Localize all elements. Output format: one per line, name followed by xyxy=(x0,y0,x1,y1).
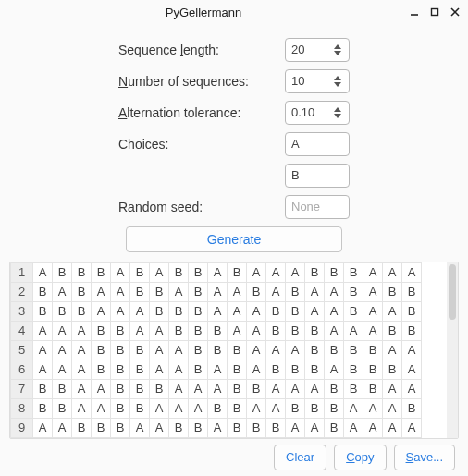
table-cell[interactable]: A xyxy=(53,340,72,360)
table-cell[interactable]: B xyxy=(53,398,72,418)
table-cell[interactable]: A xyxy=(402,418,422,437)
table-cell[interactable]: B xyxy=(169,301,189,321)
table-cell[interactable]: A xyxy=(383,262,402,282)
table-cell[interactable]: A xyxy=(344,398,363,418)
spinner-arrows-icon[interactable] xyxy=(332,76,343,87)
table-cell[interactable]: A xyxy=(150,360,169,379)
table-cell[interactable]: B xyxy=(305,398,325,418)
table-cell[interactable]: A xyxy=(247,398,266,418)
table-cell[interactable]: B xyxy=(325,262,344,282)
table-cell[interactable]: B xyxy=(208,321,228,340)
close-icon[interactable] xyxy=(448,5,462,19)
table-cell[interactable]: A xyxy=(325,321,344,340)
table-cell[interactable]: A xyxy=(53,360,72,379)
table-cell[interactable]: A xyxy=(189,379,208,398)
table-cell[interactable]: A xyxy=(33,418,53,437)
table-cell[interactable]: A xyxy=(92,398,111,418)
table-cell[interactable]: B xyxy=(33,379,53,398)
table-cell[interactable]: A xyxy=(169,398,189,418)
table-cell[interactable]: A xyxy=(363,282,383,301)
table-cell[interactable]: A xyxy=(247,340,266,360)
maximize-icon[interactable] xyxy=(427,5,442,19)
table-cell[interactable]: B xyxy=(130,340,150,360)
table-cell[interactable]: B xyxy=(92,321,111,340)
table-cell[interactable]: B xyxy=(130,379,150,398)
table-cell[interactable]: A xyxy=(247,360,266,379)
table-cell[interactable]: B xyxy=(33,301,53,321)
table-cell[interactable]: A xyxy=(344,321,363,340)
table-cell[interactable]: A xyxy=(325,360,344,379)
table-cell[interactable]: B xyxy=(169,418,189,437)
table-cell[interactable]: B xyxy=(266,301,286,321)
table-cell[interactable]: B xyxy=(228,262,247,282)
table-cell[interactable]: A xyxy=(208,418,228,437)
table-cell[interactable]: A xyxy=(111,301,130,321)
table-cell[interactable]: B xyxy=(286,321,305,340)
table-cell[interactable]: B xyxy=(228,379,247,398)
table-cell[interactable]: A xyxy=(208,379,228,398)
table-cell[interactable]: A xyxy=(111,282,130,301)
table-cell[interactable]: A xyxy=(402,379,422,398)
table-cell[interactable]: B xyxy=(111,340,130,360)
table-cell[interactable]: B xyxy=(344,262,363,282)
table-cell[interactable]: A xyxy=(33,321,53,340)
table-cell[interactable]: B xyxy=(189,340,208,360)
table-cell[interactable]: B xyxy=(363,379,383,398)
table-cell[interactable]: A xyxy=(266,398,286,418)
table-cell[interactable]: A xyxy=(305,418,325,437)
table-cell[interactable]: B xyxy=(150,379,169,398)
table-cell[interactable]: B xyxy=(286,398,305,418)
table-cell[interactable]: B xyxy=(402,282,422,301)
table-cell[interactable]: A xyxy=(72,321,92,340)
table-cell[interactable]: A xyxy=(208,262,228,282)
table-cell[interactable]: A xyxy=(383,418,402,437)
table-cell[interactable]: B xyxy=(247,379,266,398)
table-cell[interactable]: B xyxy=(72,418,92,437)
scrollbar-vertical[interactable] xyxy=(447,262,458,438)
spinner-arrows-icon[interactable] xyxy=(332,44,343,55)
table-cell[interactable]: B xyxy=(325,379,344,398)
table-cell[interactable]: A xyxy=(247,262,266,282)
table-cell[interactable]: A xyxy=(130,301,150,321)
table-cell[interactable]: A xyxy=(325,301,344,321)
table-cell[interactable]: B xyxy=(33,282,53,301)
table-cell[interactable]: B xyxy=(325,418,344,437)
table-cell[interactable]: A xyxy=(383,301,402,321)
table-cell[interactable]: A xyxy=(92,301,111,321)
table-cell[interactable]: B xyxy=(363,340,383,360)
table-cell[interactable]: B xyxy=(247,282,266,301)
table-cell[interactable]: A xyxy=(286,340,305,360)
table-cell[interactable]: B xyxy=(286,282,305,301)
table-cell[interactable]: B xyxy=(305,321,325,340)
table-cell[interactable]: A xyxy=(383,398,402,418)
save-button[interactable]: Save... xyxy=(394,445,455,470)
table-cell[interactable]: B xyxy=(150,301,169,321)
alt-tolerance-input[interactable]: 0.10 xyxy=(285,101,350,125)
spinner-arrows-icon[interactable] xyxy=(332,107,343,118)
table-cell[interactable]: A xyxy=(402,360,422,379)
table-cell[interactable]: A xyxy=(130,321,150,340)
table-cell[interactable]: B xyxy=(33,398,53,418)
table-cell[interactable]: B xyxy=(150,282,169,301)
table-cell[interactable]: B xyxy=(130,262,150,282)
table-cell[interactable]: B xyxy=(383,321,402,340)
table-cell[interactable]: A xyxy=(305,379,325,398)
table-cell[interactable]: B xyxy=(53,301,72,321)
table-cell[interactable]: A xyxy=(169,360,189,379)
table-cell[interactable]: A xyxy=(363,398,383,418)
table-cell[interactable]: B xyxy=(325,398,344,418)
table-cell[interactable]: B xyxy=(189,262,208,282)
table-cell[interactable]: B xyxy=(228,398,247,418)
table-cell[interactable]: B xyxy=(169,321,189,340)
table-cell[interactable]: A xyxy=(363,418,383,437)
table-cell[interactable]: A xyxy=(208,282,228,301)
choice-a-input[interactable]: A xyxy=(285,132,350,156)
table-cell[interactable]: A xyxy=(150,262,169,282)
table-cell[interactable]: A xyxy=(33,262,53,282)
table-cell[interactable]: B xyxy=(325,340,344,360)
table-cell[interactable]: A xyxy=(150,398,169,418)
table-cell[interactable]: B xyxy=(208,340,228,360)
table-cell[interactable]: A xyxy=(92,282,111,301)
table-cell[interactable]: B xyxy=(72,301,92,321)
table-cell[interactable]: A xyxy=(266,262,286,282)
